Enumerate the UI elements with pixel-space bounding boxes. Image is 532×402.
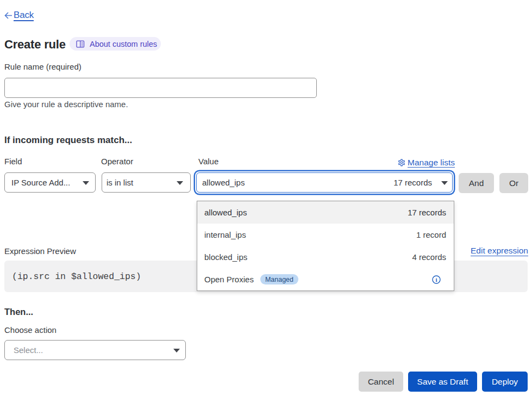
svg-text:i: i [435, 276, 437, 283]
